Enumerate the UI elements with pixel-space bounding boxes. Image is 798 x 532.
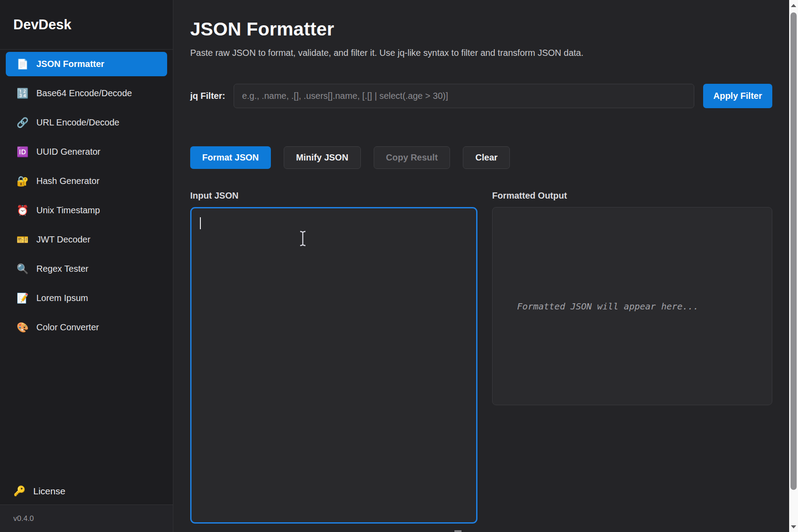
sidebar-item-regex-tester[interactable]: 🔍 Regex Tester [6,257,167,281]
minify-json-button[interactable]: Minify JSON [284,146,361,169]
jq-filter-row: jq Filter: Apply Filter [190,84,772,108]
memo-icon: 📝 [16,293,29,304]
key-icon: 🔑 [13,485,26,497]
sidebar-item-url-encode[interactable]: 🔗 URL Encode/Decode [6,110,167,135]
sidebar-item-label: UUID Generator [36,147,101,157]
id-icon: 🆔 [16,146,29,158]
clear-button[interactable]: Clear [463,146,510,169]
sidebar-item-json-formatter[interactable]: 📄 JSON Formatter [6,52,167,76]
output-placeholder: Formatted JSON will appear here... [517,301,698,312]
output-panel: Formatted Output Formatted JSON will app… [492,191,772,405]
license-label: License [33,486,65,497]
sidebar-item-license[interactable]: 🔑 License [0,478,173,505]
link-icon: 🔗 [16,117,29,129]
toolbar: Format JSON Minify JSON Copy Result Clea… [190,146,772,169]
below-fold-fragment [454,530,462,532]
page-subtitle: Paste raw JSON to format, validate, and … [190,48,772,58]
ticket-icon: 🎫 [16,234,29,246]
scrollbar-thumb[interactable] [790,12,797,490]
apply-filter-button[interactable]: Apply Filter [703,84,772,108]
sidebar-item-base64[interactable]: 🔢 Base64 Encode/Decode [6,81,167,106]
sidebar-item-label: Hash Generator [36,176,99,186]
format-json-button[interactable]: Format JSON [190,146,271,169]
sidebar-item-jwt-decoder[interactable]: 🎫 JWT Decoder [6,227,167,252]
sidebar-item-lorem-ipsum[interactable]: 📝 Lorem Ipsum [6,286,167,310]
lock-key-icon: 🔐 [16,176,29,187]
sidebar-item-unix-timestamp[interactable]: ⏰ Unix Timestamp [6,198,167,223]
ibeam-cursor [299,231,306,246]
sidebar-item-label: Color Converter [36,322,99,332]
alarm-clock-icon: ⏰ [16,205,29,216]
version-bar: v0.4.0 [0,505,173,532]
sidebar-item-label: Unix Timestamp [36,205,100,215]
sidebar-item-label: Lorem Ipsum [36,293,88,303]
input-json-label: Input JSON [190,191,477,201]
tool-nav: 📄 JSON Formatter 🔢 Base64 Encode/Decode … [0,50,173,478]
json-input[interactable] [192,208,476,522]
sidebar-item-color-converter[interactable]: 🎨 Color Converter [6,315,167,340]
palette-icon: 🎨 [16,322,29,333]
sidebar-footer: 🔑 License v0.4.0 [0,478,173,532]
version-label: v0.4.0 [13,514,34,523]
sidebar-item-hash[interactable]: 🔐 Hash Generator [6,169,167,193]
numbers-icon: 🔢 [16,88,29,99]
sidebar: DevDesk 📄 JSON Formatter 🔢 Base64 Encode… [0,0,173,532]
formatted-output-area: Formatted JSON will appear here... [492,207,772,405]
text-caret [200,217,201,229]
jq-filter-label: jq Filter: [190,91,225,101]
sidebar-item-uuid[interactable]: 🆔 UUID Generator [6,140,167,164]
json-input-editor[interactable] [190,207,477,524]
scrollbar-up-arrow[interactable] [789,1,798,10]
document-icon: 📄 [16,59,29,70]
magnifier-icon: 🔍 [16,263,29,275]
vertical-scrollbar[interactable] [789,0,798,532]
jq-filter-input[interactable] [234,84,694,108]
sidebar-item-label: Base64 Encode/Decode [36,88,132,98]
main-content: JSON Formatter Paste raw JSON to format,… [174,0,789,532]
input-panel: Input JSON [190,191,477,524]
sidebar-item-label: JSON Formatter [36,59,104,69]
copy-result-button[interactable]: Copy Result [374,146,450,169]
page-title: JSON Formatter [190,19,772,40]
app-title: DevDesk [0,0,173,50]
sidebar-item-label: URL Encode/Decode [36,117,119,128]
formatted-output-label: Formatted Output [492,191,772,201]
panels-row: Input JSON Formatted Output [190,191,772,524]
sidebar-item-label: Regex Tester [36,264,88,274]
sidebar-item-label: JWT Decoder [36,235,90,245]
scrollbar-down-arrow[interactable] [789,522,798,531]
